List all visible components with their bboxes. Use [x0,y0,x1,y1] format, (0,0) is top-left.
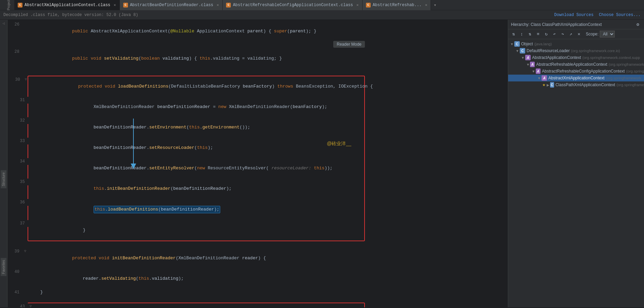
tree-expand-aac[interactable]: ▼ [520,56,525,60]
next-icon[interactable]: ↷ [559,31,566,37]
code-line-32: 32 beanDefinitionReader.setEnvironment(t… [8,117,364,138]
code-line-empty-2 [7,69,508,76]
tab-abstract-bean[interactable]: C AbstractBeanDefinitionReader.class ✕ [120,0,223,10]
tree-node-arac[interactable]: ▼ A AbstractRefreshableApplicationContex… [508,61,644,68]
tab-close-1[interactable]: ✕ [114,3,116,7]
class-icon-axac: A [542,75,547,81]
code-line-43: 43 ▽ protected void loadBeanDefinitions(… [8,303,364,307]
class-icon-3: C [226,3,231,7]
tree-expand-drl[interactable]: ▼ [515,49,520,53]
prev-icon[interactable]: ↶ [551,31,558,37]
fold-icon-39[interactable]: ▽ [23,248,28,255]
tree-expand-arcac[interactable]: ▼ [531,70,536,73]
tab-abstract-refreshab[interactable]: C AbstractRefreshab... ✕ [363,0,431,10]
class-icon-2: C [123,3,128,7]
scope-select[interactable]: All [600,31,615,37]
project-panel-tab[interactable]: Project [7,0,13,10]
code-line-31: 31 XmlBeanDefinitionReader beanDefinitio… [8,97,364,117]
tree-node-aac[interactable]: ▼ A AbstractApplicationContext (org.spri… [508,54,644,61]
code-line-41: 41 } [7,289,508,296]
code-line-empty-1 [7,42,508,48]
tree-node-cpxac[interactable]: ★ ▶ C ClassPathXmlApplicationContext (or… [508,81,644,88]
class-icon-object: C [514,41,520,47]
code-scroll-area[interactable]: 26 public AbstractXmlApplicationContext(… [7,20,508,307]
class-icon-drl: C [520,48,525,53]
hierarchy-panel-actions: ⚙ [634,21,641,28]
reader-mode-button[interactable]: Reader Mode [333,41,365,48]
structure-tab[interactable]: Structure [1,170,6,188]
code-line-40: 40 reader.setValidating(this.validating)… [7,268,508,289]
code-line-empty-4 [7,296,508,303]
hierarchy-toolbar: ⇅ ↕ ⇅ ≡ ↻ ↶ ↷ ↗ ✕ Scope: All [508,29,644,39]
info-bar: Decompiled .class file, bytecode version… [0,10,644,20]
class-icon-arac: A [530,62,535,67]
tree-node-default-resource-loader[interactable]: ▼ C DefaultResourceLoader (org.springfra… [508,47,644,54]
choose-sources-link[interactable]: Choose Sources... [599,13,641,17]
sort-icon[interactable]: ⇅ [527,31,533,37]
filter-icon[interactable]: ≡ [535,31,542,37]
tab-close-3[interactable]: ✕ [356,3,359,7]
hierarchy-panel: Hierarchy: Class ClassPathXmlApplication… [508,20,644,307]
download-sources-link[interactable]: Download Sources [554,13,593,17]
code-line-30: 30 ▽ protected void loadBeanDefinitions(… [8,76,364,97]
close-panel-icon[interactable]: ✕ [576,31,582,37]
tab-abstract-xml[interactable]: C AbstractXmlApplicationContext.class ✕ [14,0,120,10]
fold-icon-43[interactable]: ▽ [28,303,33,307]
tab-close-4[interactable]: ✕ [425,3,428,7]
tree-expand-axac[interactable]: ▼ [537,76,542,80]
tree-node-object[interactable]: ▼ C Object (java.lang) [508,41,644,47]
refresh-icon[interactable]: ↻ [543,31,550,37]
hierarchy-tree[interactable]: ▼ C Object (java.lang) ▼ C DefaultResour… [508,39,644,307]
tab-bar: Project C AbstractXmlApplicationContext.… [0,0,644,10]
code-line-36: 36 this.loadBeanDefinitions(beanDefiniti… [8,199,364,220]
tree-node-arcac[interactable]: ▼ A AbstractRefreshableConfigApplication… [508,68,644,75]
class-icon-arcac: A [536,68,541,74]
hierarchy-title: Hierarchy: Class ClassPathXmlApplication… [511,22,602,27]
favorites-tab[interactable]: Favorites [1,258,6,276]
code-line-35: 35 this.initBeanDefinitionReader(beanDef… [8,179,364,199]
fold-icon-30[interactable]: ▽ [23,76,28,83]
red-box-1: 30 ▽ protected void loadBeanDefinitions(… [28,76,365,241]
code-editor: Reader Mode 26 public AbstractXmlApplica… [7,20,508,307]
bytecode-info: Decompiled .class file, bytecode version… [3,13,138,17]
left-panel-toggle[interactable]: ◁ [2,21,5,26]
tree-expand-arac[interactable]: ▼ [526,63,530,66]
class-icon-cpxac: C [550,82,554,88]
class-icon-1: C [18,3,22,7]
tree-expand-object[interactable]: ▼ [510,42,514,46]
red-box-2: 43 ▽ protected void loadBeanDefinitions(… [28,303,365,307]
side-tabs-left: Structure Favorites [1,170,6,276]
class-icon-4: C [366,3,371,7]
tab-close-2[interactable]: ✕ [217,3,219,7]
expand-icon[interactable]: ↗ [567,31,574,37]
collapse-all-icon[interactable]: ↕ [518,31,525,37]
tree-node-axac[interactable]: ▼ A AbstractXmlApplicationContext (org.s… [508,75,644,81]
code-line-empty-3 [7,241,508,248]
settings-icon[interactable]: ⚙ [634,21,641,28]
star-icon: ★ [542,83,546,87]
expand-all-icon[interactable]: ⇅ [510,31,517,37]
tree-expand-cpxac[interactable]: ▶ [546,83,550,87]
code-line-39: 39 ▽ protected void initBeanDefinitionRe… [7,248,508,268]
tab-overflow[interactable]: ▾ [431,2,439,8]
code-line-34: 34 beanDefinitionReader.setEntityResolve… [8,158,364,179]
code-line-33: 33 beanDefinitionReader.setResourceLoade… [8,138,364,158]
code-line-28: 28 public void setValidating(boolean val… [7,48,508,69]
code-line-26: 26 public AbstractXmlApplicationContext(… [7,21,508,42]
tab-abstract-refreshable-config[interactable]: C AbstractRefreshableConfigApplicationCo… [223,0,362,10]
code-line-37: 37 } [8,220,364,241]
class-icon-aac: A [525,55,531,60]
hierarchy-panel-header: Hierarchy: Class ClassPathXmlApplication… [508,20,644,29]
